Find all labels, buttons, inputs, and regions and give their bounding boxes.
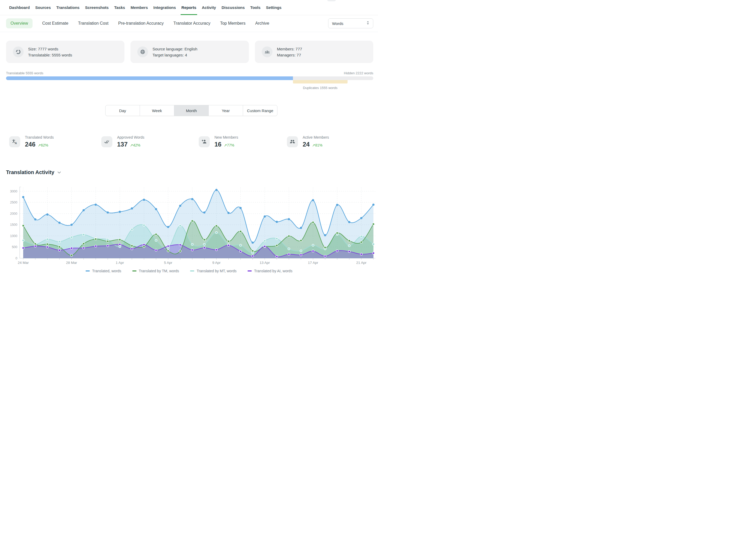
legend-label: Translated by MT, words	[197, 269, 237, 273]
nav-item-dashboard[interactable]: Dashboard	[9, 0, 30, 15]
report-tab-translation-cost[interactable]: Translation Cost	[78, 21, 108, 26]
unit-select-value: Words	[332, 21, 343, 26]
svg-text:17 Apr: 17 Apr	[308, 261, 318, 265]
range-tab-day[interactable]: Day	[106, 105, 140, 116]
nav-item-screenshots[interactable]: Screenshots	[85, 0, 109, 15]
chart-title: Translation Activity	[6, 169, 54, 175]
legend-swatch	[86, 270, 90, 272]
legend-swatch	[248, 270, 252, 272]
report-tab-cost-estimate[interactable]: Cost Estimate	[42, 21, 69, 26]
info-card-line: Members: 777	[277, 46, 302, 52]
translatable-progress-fill	[6, 76, 293, 80]
info-card-line: Source language: English	[153, 46, 197, 52]
info-card-1: Source language: EnglishTarget languages…	[130, 41, 249, 63]
info-card-2: Members: 777Managers: 77	[255, 41, 373, 63]
legend-item-translated-by-tm-words[interactable]: Translated by TM, words	[132, 269, 179, 273]
nav-item-members[interactable]: Members	[130, 0, 148, 15]
stat-value: 16	[214, 141, 222, 148]
stat-trend: ↗62%	[38, 143, 48, 147]
stat-card-active-members: Active Members24↗81%	[287, 135, 329, 148]
report-tab-top-members[interactable]: Top Members	[220, 21, 245, 26]
duplicates-bar	[293, 80, 348, 83]
info-card-line: Translatable: 5555 words	[28, 52, 72, 58]
stat-label: Active Members	[303, 135, 329, 139]
range-tab-month[interactable]: Month	[174, 105, 208, 116]
people-group-icon	[262, 46, 272, 57]
top-navigation: DashboardSourcesTranslationsScreenshotsT…	[0, 0, 378, 15]
people-two-icon	[287, 136, 298, 147]
report-tab-overview[interactable]: Overview	[6, 18, 33, 28]
legend-label: Translated, words	[92, 269, 121, 273]
project-info-cards: Size: 7777 wordsTranslatable: 5555 words…	[6, 41, 373, 63]
legend-item-translated-by-mt-words[interactable]: Translated by MT, words	[190, 269, 237, 273]
translatable-label: Translatable 5555 words	[6, 71, 43, 75]
nav-item-settings[interactable]: Settings	[266, 0, 281, 15]
nav-item-translations[interactable]: Translations	[56, 0, 80, 15]
chevron-down-icon[interactable]	[57, 170, 61, 175]
info-card-0: Size: 7777 wordsTranslatable: 5555 words	[6, 41, 124, 63]
select-arrows-icon	[366, 21, 369, 26]
top-nav-items: DashboardSourcesTranslationsScreenshotsT…	[0, 0, 378, 15]
legend-item-translated-by-ai-words[interactable]: Translated by AI, words	[248, 269, 292, 273]
legend-swatch	[132, 270, 137, 272]
stat-trend: ↗81%	[312, 143, 323, 147]
legend-label: Translated by TM, words	[139, 269, 179, 273]
globe-icon	[137, 46, 148, 57]
translation-activity-chart[interactable]: 05001000150020002500300024 Mar28 Mar1 Ap…	[0, 179, 378, 267]
svg-text:2000: 2000	[10, 212, 17, 216]
stat-value: 24	[303, 141, 310, 148]
stat-trend: ↗77%	[224, 143, 234, 147]
reports-subnav: OverviewCost EstimateTranslation CostPre…	[0, 15, 378, 32]
svg-text:0: 0	[15, 257, 17, 260]
chart-legend: Translated, wordsTranslated by TM, words…	[0, 269, 378, 273]
stat-card-approved-words: Approved Words137↗42%	[101, 135, 144, 148]
svg-text:2500: 2500	[10, 201, 17, 204]
legend-item-translated-words[interactable]: Translated, words	[86, 269, 121, 273]
nav-item-tools[interactable]: Tools	[250, 0, 260, 15]
info-card-line: Size: 7777 words	[28, 46, 72, 52]
info-card-line: Managers: 77	[277, 52, 302, 58]
svg-text:3000: 3000	[10, 190, 17, 193]
svg-text:500: 500	[12, 245, 17, 249]
words-progress-bar	[6, 76, 373, 80]
stat-card-translated-words: ATranslated Words246↗62%	[9, 135, 54, 148]
double-check-icon	[101, 136, 112, 147]
nav-item-sources[interactable]: Sources	[35, 0, 51, 15]
stat-value: 246	[25, 141, 35, 148]
duplicates-label: Duplicates 1555 words	[291, 86, 349, 90]
reports-subnav-items: OverviewCost EstimateTranslation CostPre…	[0, 15, 378, 32]
svg-text:13 Apr: 13 Apr	[260, 261, 270, 265]
nav-item-reports[interactable]: Reports	[181, 0, 196, 15]
nav-item-activity[interactable]: Activity	[202, 0, 216, 15]
nav-item-tasks[interactable]: Tasks	[114, 0, 125, 15]
range-tab-week[interactable]: Week	[140, 105, 174, 116]
stat-value: 137	[117, 141, 128, 148]
hidden-label: Hidden 2222 words	[344, 71, 373, 75]
translate-icon: A	[9, 136, 20, 147]
report-tab-archive[interactable]: Archive	[255, 21, 269, 26]
svg-text:21 Apr: 21 Apr	[356, 261, 367, 265]
info-card-line: Target languages: 4	[153, 52, 197, 58]
svg-text:1000: 1000	[10, 234, 17, 238]
range-tab-custom-range[interactable]: Custom Range	[243, 105, 277, 116]
nav-item-integrations[interactable]: Integrations	[153, 0, 176, 15]
donut-chart-icon	[13, 46, 24, 57]
nav-item-discussions[interactable]: Discussions	[222, 0, 245, 15]
stat-label: Approved Words	[117, 135, 144, 139]
report-tab-translator-accuracy[interactable]: Translator Accuracy	[174, 21, 211, 26]
svg-text:1 Apr: 1 Apr	[116, 261, 124, 265]
svg-text:A: A	[15, 142, 17, 145]
svg-text:5 Apr: 5 Apr	[164, 261, 172, 265]
person-add-icon	[199, 136, 210, 147]
svg-text:28 Mar: 28 Mar	[66, 261, 77, 265]
report-tab-pre-translation-accuracy[interactable]: Pre-translation Accuracy	[118, 21, 164, 26]
stat-label: Translated Words	[25, 135, 54, 139]
svg-text:24 Mar: 24 Mar	[18, 261, 29, 265]
range-tab-year[interactable]: Year	[208, 105, 243, 116]
unit-select[interactable]: Words	[328, 18, 373, 28]
cutoff-popup-remnant	[327, 0, 336, 1]
stat-card-new-members: New Members16↗77%	[199, 135, 238, 148]
legend-swatch	[190, 270, 194, 272]
legend-label: Translated by AI, words	[254, 269, 292, 273]
stat-trend: ↗42%	[130, 143, 140, 147]
